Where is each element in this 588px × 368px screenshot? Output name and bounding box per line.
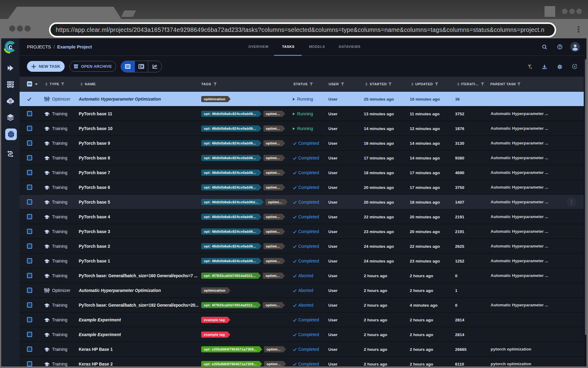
- svg-text:?: ?: [559, 45, 561, 49]
- svg-text:c: c: [9, 43, 12, 51]
